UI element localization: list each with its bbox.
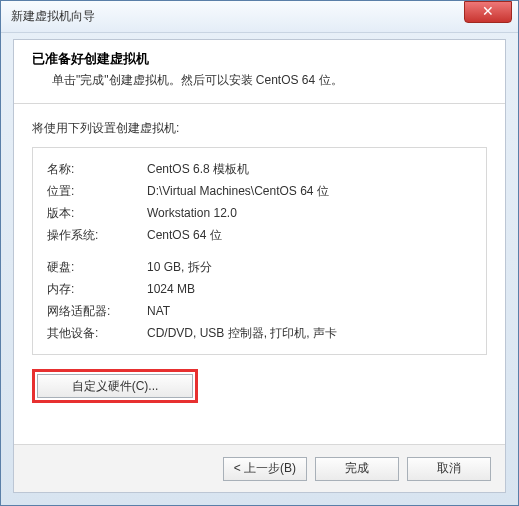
value-disk: 10 GB, 拆分 (147, 256, 472, 278)
value-location: D:\Virtual Machines\CentOS 64 位 (147, 180, 472, 202)
cancel-button[interactable]: 取消 (407, 457, 491, 481)
row-other: 其他设备: CD/DVD, USB 控制器, 打印机, 声卡 (47, 322, 472, 344)
value-memory: 1024 MB (147, 278, 472, 300)
row-version: 版本: Workstation 12.0 (47, 202, 472, 224)
content-pane: 已准备好创建虚拟机 单击"完成"创建虚拟机。然后可以安装 CentOS 64 位… (13, 39, 506, 493)
value-other: CD/DVD, USB 控制器, 打印机, 声卡 (147, 322, 472, 344)
row-disk: 硬盘: 10 GB, 拆分 (47, 256, 472, 278)
value-name: CentOS 6.8 模板机 (147, 158, 472, 180)
body: 将使用下列设置创建虚拟机: 名称: CentOS 6.8 模板机 位置: D:\… (14, 104, 505, 419)
finish-button[interactable]: 完成 (315, 457, 399, 481)
value-os: CentOS 64 位 (147, 224, 472, 246)
footer: < 上一步(B) 完成 取消 (14, 444, 505, 492)
titlebar: 新建虚拟机向导 (1, 1, 518, 33)
label-os: 操作系统: (47, 224, 147, 246)
header-title: 已准备好创建虚拟机 (32, 50, 487, 68)
row-memory: 内存: 1024 MB (47, 278, 472, 300)
row-location: 位置: D:\Virtual Machines\CentOS 64 位 (47, 180, 472, 202)
row-os: 操作系统: CentOS 64 位 (47, 224, 472, 246)
label-name: 名称: (47, 158, 147, 180)
label-version: 版本: (47, 202, 147, 224)
label-location: 位置: (47, 180, 147, 202)
settings-box: 名称: CentOS 6.8 模板机 位置: D:\Virtual Machin… (32, 147, 487, 355)
value-version: Workstation 12.0 (147, 202, 472, 224)
label-memory: 内存: (47, 278, 147, 300)
row-name: 名称: CentOS 6.8 模板机 (47, 158, 472, 180)
close-button[interactable]: ✕ (464, 1, 512, 23)
customize-hw-highlight: 自定义硬件(C)... (32, 369, 487, 403)
label-network: 网络适配器: (47, 300, 147, 322)
body-intro: 将使用下列设置创建虚拟机: (32, 120, 487, 137)
header-subtitle: 单击"完成"创建虚拟机。然后可以安装 CentOS 64 位。 (32, 72, 487, 89)
customize-hardware-button[interactable]: 自定义硬件(C)... (37, 374, 193, 398)
value-network: NAT (147, 300, 472, 322)
close-icon: ✕ (482, 3, 494, 19)
label-other: 其他设备: (47, 322, 147, 344)
window-title: 新建虚拟机向导 (11, 8, 514, 25)
back-button[interactable]: < 上一步(B) (223, 457, 307, 481)
wizard-window: 新建虚拟机向导 ✕ 已准备好创建虚拟机 单击"完成"创建虚拟机。然后可以安装 C… (0, 0, 519, 506)
header: 已准备好创建虚拟机 单击"完成"创建虚拟机。然后可以安装 CentOS 64 位… (14, 40, 505, 104)
row-network: 网络适配器: NAT (47, 300, 472, 322)
label-disk: 硬盘: (47, 256, 147, 278)
